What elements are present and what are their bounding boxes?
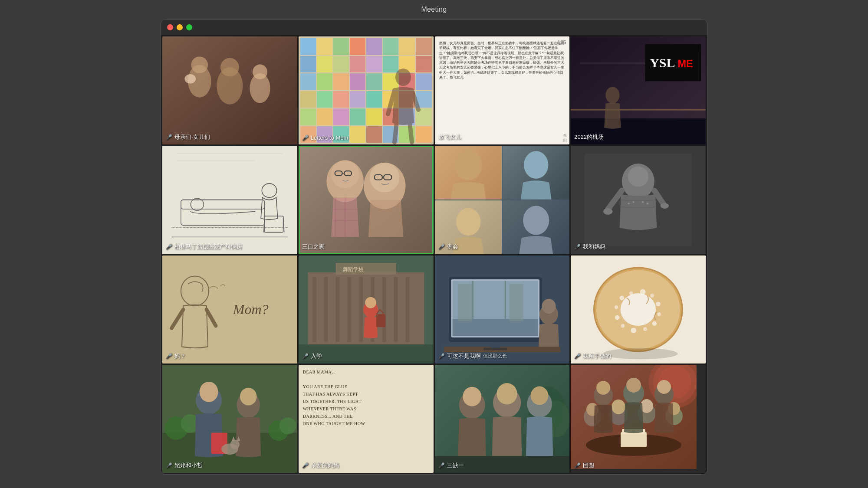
cell-7-label: 🎤 例会 — [438, 243, 458, 251]
svg-point-103 — [658, 312, 661, 316]
cell-mothers-daughters[interactable]: 🎤 母亲们·女儿们 — [162, 36, 297, 144]
svg-point-148 — [657, 380, 671, 394]
cell-5-label: 🎤 柏林马丁路德医院产科病房 — [166, 243, 242, 251]
cell-three-missing-one[interactable]: 🎤 三缺一 — [435, 365, 570, 473]
cell-dear-mama[interactable]: DEAR MAMA, . YOU ARE THE GLUE THAT HAS A… — [299, 365, 434, 473]
cell-mom-sketch[interactable]: Mom? 🎤 妈？ — [162, 255, 297, 364]
svg-text:ME: ME — [678, 58, 693, 69]
svg-rect-68 — [359, 277, 363, 342]
cell-15-label: 🎤 三缺一 — [438, 462, 464, 469]
title-bar: Meeting — [0, 0, 868, 19]
svg-point-105 — [643, 327, 647, 331]
svg-point-98 — [620, 295, 625, 300]
cell-text-content[interactable]: 然而，女儿却真是厉害。当时，世界杯正在热赛中，每晚都跟球迷爸爸一起在电视前观战，… — [435, 36, 570, 144]
svg-point-59 — [647, 203, 648, 204]
mic-8-icon: 🎤 — [574, 244, 581, 250]
cell-school[interactable]: 舞蹈学校 🎤 入学 — [299, 255, 434, 364]
svg-point-99 — [629, 291, 633, 295]
cell-family-three[interactable]: 三口之家 — [299, 146, 434, 254]
svg-rect-64 — [312, 277, 316, 342]
cell-handmade[interactable]: 🎤 我亲手做的 — [571, 255, 706, 364]
svg-point-8 — [184, 74, 196, 83]
svg-point-116 — [279, 417, 296, 434]
svg-point-47 — [524, 151, 549, 179]
mic-muted-icon: 🎤 — [166, 134, 172, 140]
window-titlebar — [161, 20, 707, 35]
mic-9-icon: 🎤 — [166, 353, 172, 359]
cell-11-label: 🎤 可这不是我啊 但没那么长 — [438, 352, 507, 360]
svg-rect-92 — [483, 347, 507, 350]
svg-rect-91 — [490, 342, 500, 347]
cell-10-label: 🎤 入学 — [302, 352, 322, 360]
cell-not-me[interactable]: 🎤 可这不是我啊 但没那么长 — [435, 255, 570, 364]
svg-text:舞蹈学校: 舞蹈学校 — [343, 266, 364, 272]
cell-airport[interactable]: YSL ME 2022的机场 — [571, 36, 706, 144]
svg-point-121 — [240, 388, 257, 406]
svg-point-3 — [191, 56, 208, 73]
svg-point-132 — [496, 383, 517, 404]
mic-2-icon: 🎤 — [302, 135, 309, 141]
svg-point-134 — [530, 386, 548, 405]
svg-rect-71 — [394, 277, 398, 342]
svg-point-109 — [615, 305, 618, 309]
cell-hospital-sketch[interactable]: 🎤 柏林马丁路德医院产科病房 — [162, 146, 297, 254]
svg-rect-72 — [405, 277, 409, 342]
svg-point-146 — [626, 378, 641, 393]
meeting-window: 🎤 母亲们·女儿们 — [161, 19, 707, 475]
svg-rect-66 — [335, 277, 339, 342]
svg-point-108 — [615, 315, 620, 320]
svg-point-130 — [463, 386, 481, 406]
svg-text:YSL: YSL — [650, 56, 675, 70]
svg-point-89 — [542, 298, 556, 313]
mic-15-icon: 🎤 — [438, 462, 445, 468]
svg-point-152 — [612, 400, 625, 414]
svg-point-54 — [603, 208, 612, 215]
svg-point-9 — [395, 69, 411, 86]
svg-point-110 — [603, 348, 677, 359]
cell-13-label: 🎤 姥姥和小哲 — [166, 462, 203, 469]
cell-meeting[interactable]: 🎤 例会 — [435, 146, 570, 254]
svg-point-102 — [656, 301, 661, 306]
svg-point-57 — [633, 201, 635, 203]
svg-point-48 — [456, 208, 480, 236]
svg-point-46 — [454, 150, 482, 180]
cell-2-label: 🎤 Letters to Mom — [302, 134, 349, 141]
cell-3-text: 然而，女儿却真是厉害。当时，世界杯正在热赛中，每晚都跟球迷爸爸一起在电视前观战，… — [437, 39, 567, 82]
svg-point-49 — [523, 206, 549, 235]
svg-point-104 — [652, 321, 657, 326]
cell-grandma-xiaozhe[interactable]: 🎤 姥姥和小哲 — [162, 365, 297, 473]
cell-14-content: DEAR MAMA, . YOU ARE THE GLUE THAT HAS A… — [299, 365, 434, 473]
svg-point-106 — [631, 328, 636, 333]
svg-point-100 — [640, 289, 646, 295]
maximize-button[interactable] — [186, 24, 192, 30]
minimize-button[interactable] — [177, 24, 183, 30]
mic-16-icon: 🎤 — [574, 462, 581, 468]
cell-12-label: 🎤 我亲手做的 — [574, 352, 611, 360]
cell-16-label: 🎤 团圆 — [574, 462, 594, 469]
mic-7-icon: 🎤 — [438, 244, 445, 250]
cell-3-label: 放飞女儿 — [438, 133, 461, 141]
svg-point-107 — [621, 324, 625, 328]
cell-8-label: 🎤 我和妈妈 — [574, 243, 605, 251]
close-button[interactable] — [167, 24, 173, 30]
mic-13-icon: 🎤 — [166, 462, 172, 468]
svg-point-5 — [220, 58, 239, 77]
svg-point-58 — [642, 201, 644, 203]
cell-1-label: 🎤 母亲们·女儿们 — [166, 133, 210, 141]
svg-point-123 — [230, 440, 239, 449]
svg-rect-14 — [571, 109, 706, 110]
cell-reunion[interactable]: 🎤 团圆 — [571, 365, 706, 473]
mic-11-icon: 🎤 — [438, 353, 445, 359]
svg-rect-77 — [376, 314, 385, 327]
svg-rect-31 — [299, 146, 434, 254]
cell-me-mom[interactable]: 🎤 我和妈妈 — [571, 146, 706, 254]
svg-point-53 — [628, 167, 648, 187]
video-grid: 🎤 母亲们·女儿们 — [161, 35, 707, 474]
svg-rect-65 — [324, 277, 328, 342]
svg-rect-85 — [509, 284, 523, 321]
svg-rect-84 — [458, 284, 472, 321]
cell-letters-to-mom[interactable]: 🎤 Letters to Mom — [299, 36, 434, 144]
svg-point-56 — [628, 203, 630, 204]
cell-14-label: 🎤 亲爱的妈妈 — [302, 462, 339, 469]
svg-point-144 — [596, 381, 610, 395]
